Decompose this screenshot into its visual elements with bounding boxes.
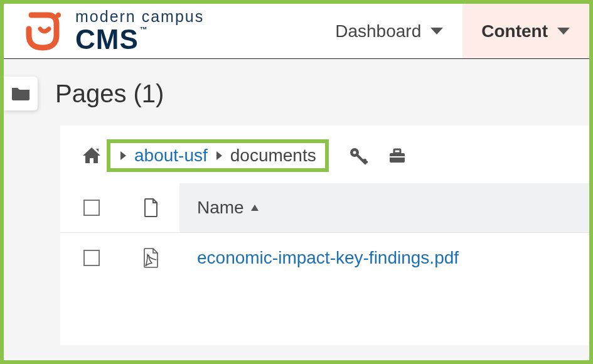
svg-point-2: [353, 151, 356, 154]
name-column-label: Name: [197, 198, 244, 218]
nav-dashboard-label: Dashboard: [335, 21, 421, 41]
brand-mark-icon: [23, 11, 67, 51]
nav-content-label: Content: [481, 21, 548, 41]
table-row: economic-impact-key-findings.pdf: [60, 232, 589, 282]
breadcrumb-documents: documents: [230, 146, 316, 166]
breadcrumb-about-usf[interactable]: about-usf: [134, 146, 208, 166]
svg-rect-3: [390, 153, 405, 163]
name-column-header[interactable]: Name: [179, 183, 589, 232]
main-area: Pages (1) about-usf documents: [4, 59, 589, 345]
folder-icon: [11, 86, 30, 101]
file-icon: [144, 198, 159, 217]
svg-rect-5: [390, 156, 405, 158]
sort-asc-icon: [250, 204, 259, 211]
brand-line1: modern campus: [75, 9, 204, 24]
folder-tab[interactable]: [4, 77, 38, 110]
table-header: Name: [60, 183, 589, 232]
pdf-file-icon: [143, 248, 159, 268]
home-icon[interactable]: [82, 146, 102, 165]
select-all-cell: [60, 200, 123, 216]
key-icon[interactable]: [349, 147, 368, 164]
svg-rect-4: [394, 149, 400, 153]
brand-line2: CMS™: [75, 26, 204, 53]
page-title: Pages (1): [55, 80, 164, 108]
toolbox-icon[interactable]: [388, 147, 407, 164]
chevron-down-icon: [430, 27, 444, 36]
nav-content[interactable]: Content: [462, 4, 589, 58]
row-checkbox[interactable]: [83, 250, 100, 266]
breadcrumb-separator-icon: [119, 151, 127, 161]
brand-logo[interactable]: modern campus CMS™: [4, 9, 204, 53]
breadcrumb-highlight: about-usf documents: [107, 139, 329, 172]
file-type-column: [123, 198, 179, 217]
chevron-down-icon: [557, 27, 570, 36]
pages-panel: about-usf documents: [60, 126, 589, 345]
brand-text: modern campus CMS™: [75, 9, 204, 53]
nav-dashboard[interactable]: Dashboard: [316, 4, 462, 58]
breadcrumb-separator-icon: [215, 151, 223, 161]
file-link[interactable]: economic-impact-key-findings.pdf: [197, 248, 459, 267]
breadcrumb: about-usf documents: [60, 126, 589, 183]
top-nav: modern campus CMS™ Dashboard Content: [4, 4, 589, 59]
select-all-checkbox[interactable]: [83, 200, 100, 216]
page-title-row: Pages (1): [4, 59, 589, 126]
